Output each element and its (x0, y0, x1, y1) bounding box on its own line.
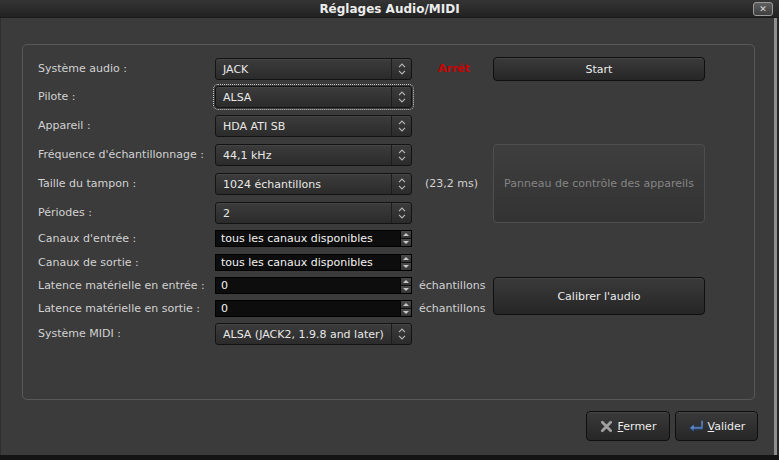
spin-up-icon[interactable] (401, 301, 411, 308)
spin-buttons (400, 278, 411, 293)
start-button-label: Start (586, 63, 613, 76)
close-dialog-button-label: Fermer (618, 420, 657, 433)
dropdown-arrows-icon (391, 145, 411, 165)
window-bottom-edge (0, 455, 779, 460)
enter-arrow-icon (688, 419, 703, 433)
buffer-size-select[interactable]: 1024 échantillons (215, 173, 412, 195)
engine-status-text: Arrêt (438, 57, 470, 81)
close-dialog-button[interactable]: Fermer (586, 411, 670, 441)
output-latency-spin[interactable]: 0 (215, 300, 412, 317)
row-driver: Pilote : ALSA (23, 86, 754, 108)
spin-value: tous les canaux disponibles (216, 255, 400, 270)
periods-select[interactable]: 2 (215, 202, 412, 224)
ok-button[interactable]: Valider (675, 411, 758, 441)
row-output-latency: Latence matérielle en sortie : 0 échanti… (23, 300, 754, 317)
sample-rate-label: Fréquence d'échantillonnage : (38, 144, 204, 166)
spin-value: 0 (216, 301, 400, 316)
buffer-latency-text: (23,2 ms) (425, 173, 478, 195)
input-channels-spin[interactable]: tous les canaux disponibles (215, 230, 412, 247)
input-channels-label: Canaux d'entrée : (38, 230, 136, 247)
spin-buttons (400, 255, 411, 270)
spin-up-icon[interactable] (401, 278, 411, 285)
spin-down-icon[interactable] (401, 285, 411, 293)
spin-down-icon[interactable] (401, 308, 411, 316)
device-label: Appareil : (38, 115, 91, 137)
row-buffer-size: Taille du tampon : 1024 échantillons (23… (23, 173, 754, 195)
spin-buttons (400, 301, 411, 316)
close-icon: ✕ (759, 5, 767, 14)
spin-down-icon[interactable] (401, 262, 411, 270)
row-output-channels: Canaux de sortie : tous les canaux dispo… (23, 254, 754, 271)
periods-label: Périodes : (38, 202, 92, 224)
device-select[interactable]: HDA ATI SB (215, 115, 412, 137)
sample-rate-select[interactable]: 44,1 kHz (215, 144, 412, 166)
spin-up-icon[interactable] (401, 255, 411, 262)
combo-value: ALSA (216, 91, 391, 104)
row-periods: Périodes : 2 (23, 202, 754, 224)
window-left-edge (0, 18, 1, 455)
driver-select[interactable]: ALSA (215, 86, 412, 108)
audio-system-label: Système audio : (38, 57, 127, 81)
combo-value: 2 (216, 207, 391, 220)
close-x-icon (600, 420, 613, 433)
midi-system-label: Système MIDI : (38, 323, 121, 345)
dropdown-arrows-icon (391, 59, 411, 79)
input-latency-label: Latence matérielle en entrée : (38, 277, 205, 294)
window-title: Réglages Audio/MIDI (319, 2, 459, 16)
output-latency-label: Latence matérielle en sortie : (38, 300, 200, 317)
buffer-size-label: Taille du tampon : (38, 173, 136, 195)
output-latency-unit: échantillons (419, 300, 485, 317)
input-latency-spin[interactable]: 0 (215, 277, 412, 294)
start-button[interactable]: Start (493, 57, 705, 81)
ok-button-label: Valider (708, 420, 746, 433)
dropdown-arrows-icon (391, 87, 411, 107)
spin-buttons (400, 231, 411, 246)
window-close-button[interactable]: ✕ (753, 2, 773, 16)
spin-up-icon[interactable] (401, 231, 411, 238)
row-input-channels: Canaux d'entrée : tous les canaux dispon… (23, 230, 754, 247)
settings-frame: Système audio : JACK Arrêt Start Pilote … (22, 44, 755, 400)
dropdown-arrows-icon (391, 324, 411, 344)
dropdown-arrows-icon (391, 174, 411, 194)
input-latency-unit: échantillons (419, 277, 485, 294)
dropdown-arrows-icon (391, 116, 411, 136)
audio-midi-settings-dialog: Réglages Audio/MIDI ✕ Système audio : JA… (0, 0, 779, 460)
combo-value: HDA ATI SB (216, 120, 391, 133)
spin-value: 0 (216, 278, 400, 293)
row-midi-system: Système MIDI : ALSA (JACK2, 1.9.8 and la… (23, 323, 754, 345)
combo-value: 1024 échantillons (216, 178, 391, 191)
dropdown-arrows-icon (391, 203, 411, 223)
spin-down-icon[interactable] (401, 238, 411, 246)
row-sample-rate: Fréquence d'échantillonnage : 44,1 kHz P… (23, 144, 754, 166)
combo-value: JACK (216, 63, 391, 76)
titlebar: Réglages Audio/MIDI ✕ (0, 0, 779, 18)
spin-value: tous les canaux disponibles (216, 231, 400, 246)
row-device: Appareil : HDA ATI SB (23, 115, 754, 137)
row-input-latency: Latence matérielle en entrée : 0 échanti… (23, 277, 754, 294)
combo-value: 44,1 kHz (216, 149, 391, 162)
driver-label: Pilote : (38, 86, 76, 108)
midi-system-select[interactable]: ALSA (JACK2, 1.9.8 and later) (215, 323, 412, 345)
output-channels-label: Canaux de sortie : (38, 254, 139, 271)
output-channels-spin[interactable]: tous les canaux disponibles (215, 254, 412, 271)
window-right-border (774, 18, 777, 455)
audio-system-select[interactable]: JACK (215, 58, 412, 80)
row-audio-system: Système audio : JACK Arrêt Start (23, 57, 754, 81)
combo-value: ALSA (JACK2, 1.9.8 and later) (216, 328, 391, 341)
